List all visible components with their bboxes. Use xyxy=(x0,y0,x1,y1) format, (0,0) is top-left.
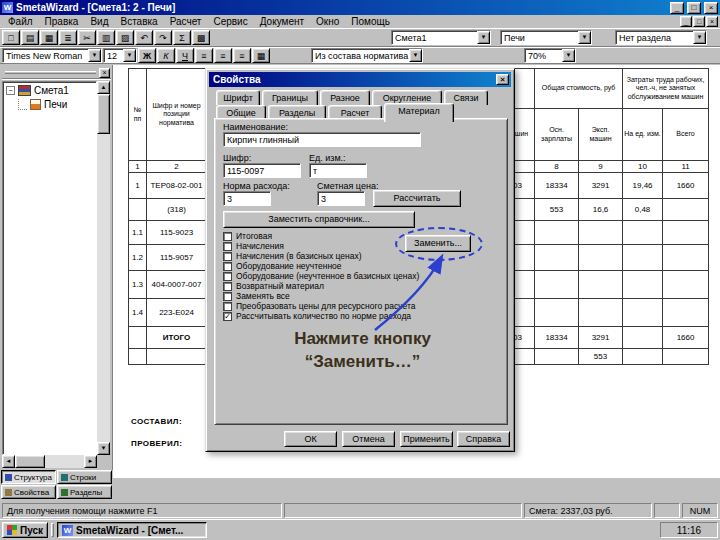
tab-structure[interactable]: Структура xyxy=(1,470,56,484)
mdi-restore-button[interactable]: □ xyxy=(693,16,705,27)
cell[interactable]: 553 xyxy=(579,349,623,365)
cell[interactable] xyxy=(535,271,579,299)
cell[interactable]: 115-9023 xyxy=(147,221,207,245)
cell[interactable] xyxy=(129,349,147,365)
close-button[interactable]: × xyxy=(704,2,718,14)
align-right-icon[interactable]: ≡ xyxy=(233,48,251,63)
align-left-icon[interactable]: ≡ xyxy=(195,48,213,63)
cell[interactable]: (318) xyxy=(147,199,207,221)
menu-item-service[interactable]: Сервис xyxy=(207,16,253,27)
tab-sections[interactable]: Разделы xyxy=(268,105,326,118)
cell[interactable]: 0,48 xyxy=(623,199,663,221)
cell[interactable] xyxy=(663,271,709,299)
sheet-combo[interactable]: Печи xyxy=(500,30,592,45)
bold-icon[interactable]: Ж xyxy=(138,48,156,63)
new-document-icon[interactable]: □ xyxy=(2,30,20,45)
cell[interactable]: 1660 xyxy=(663,327,709,349)
replace-button[interactable]: Заменить... xyxy=(405,235,471,252)
cell[interactable] xyxy=(623,349,663,365)
redo-icon[interactable]: ↷ xyxy=(154,30,172,45)
cell[interactable]: 1.2 xyxy=(129,245,147,271)
undo-icon[interactable]: ↶ xyxy=(135,30,153,45)
align-center-icon[interactable]: ≡ xyxy=(214,48,232,63)
mdi-close-button[interactable]: × xyxy=(706,16,718,27)
menu-item-window[interactable]: Окно xyxy=(310,16,345,27)
checkbox-row[interactable]: Начисления (в базисных ценах) xyxy=(223,251,362,261)
cell[interactable] xyxy=(535,245,579,271)
save-icon[interactable]: ▦ xyxy=(40,30,58,45)
cell[interactable] xyxy=(623,245,663,271)
checkbox[interactable] xyxy=(223,302,232,311)
copy-icon[interactable]: ▥ xyxy=(97,30,115,45)
menu-item-edit[interactable]: Правка xyxy=(39,16,85,27)
open-icon[interactable]: ▤ xyxy=(21,30,39,45)
scroll-down-icon[interactable] xyxy=(97,442,110,455)
menu-item-insert[interactable]: Вставка xyxy=(114,16,163,27)
checkbox-row[interactable]: Заменять все xyxy=(223,291,290,301)
zoom-combo[interactable]: 70% xyxy=(524,48,576,63)
calculate-button[interactable]: Рассчитать xyxy=(373,190,461,207)
checkbox-row[interactable]: Итоговая xyxy=(223,231,272,241)
cell[interactable]: 404-0007-007 xyxy=(147,271,207,299)
smeta-combo[interactable]: Смета1 xyxy=(391,30,491,45)
tree-horizontal-scrollbar[interactable] xyxy=(2,455,97,468)
cell[interactable] xyxy=(623,299,663,327)
cell[interactable] xyxy=(579,221,623,245)
cancel-button[interactable]: Отмена xyxy=(342,431,395,447)
price-input[interactable] xyxy=(317,191,365,206)
tab-calculation[interactable]: Расчет xyxy=(328,105,382,118)
cell[interactable] xyxy=(663,299,709,327)
cell[interactable] xyxy=(579,271,623,299)
taskbar-task-button[interactable]: SmetaWizard - [Смет... xyxy=(57,522,207,538)
cell[interactable] xyxy=(663,221,709,245)
taskbar-clock[interactable]: 11:16 xyxy=(660,522,718,538)
tree-item-pechi[interactable]: Печи xyxy=(3,96,96,110)
cell[interactable]: 553 xyxy=(535,199,579,221)
cell[interactable]: 1.1 xyxy=(129,221,147,245)
menu-item-document[interactable]: Документ xyxy=(254,16,310,27)
menu-item-help[interactable]: Помощь xyxy=(345,16,396,27)
dialog-titlebar[interactable]: Свойства × xyxy=(209,72,511,87)
minimize-button[interactable]: _ xyxy=(670,2,684,14)
cell[interactable]: 16,6 xyxy=(579,199,623,221)
checkbox-row[interactable]: Преобразовать цены для ресурсного расчет… xyxy=(223,301,416,311)
start-button[interactable]: Пуск xyxy=(2,522,48,538)
checkbox[interactable] xyxy=(223,312,232,321)
font-size-combo[interactable]: 12 xyxy=(103,48,137,63)
cell[interactable] xyxy=(663,199,709,221)
cell[interactable] xyxy=(623,271,663,299)
mdi-minimize-button[interactable]: _ xyxy=(680,16,692,27)
cell[interactable]: 1.3 xyxy=(129,271,147,299)
cell[interactable] xyxy=(129,199,147,221)
checkbox[interactable] xyxy=(223,262,232,271)
cell[interactable] xyxy=(579,299,623,327)
tab-font[interactable]: Шрифт xyxy=(216,90,260,105)
close-icon[interactable]: × xyxy=(496,74,509,85)
cell[interactable] xyxy=(129,327,147,349)
calc-icon[interactable]: ▩ xyxy=(192,30,210,45)
unit-input[interactable] xyxy=(309,163,367,178)
help-button[interactable]: Справка xyxy=(457,431,510,447)
checkbox[interactable] xyxy=(223,292,232,301)
cell[interactable]: 1 xyxy=(129,173,147,199)
source-combo[interactable]: Из состава норматива xyxy=(311,48,423,63)
tab-sections[interactable]: Разделы xyxy=(57,485,112,499)
tab-properties[interactable]: Свойства xyxy=(1,485,56,499)
borders-grid-icon[interactable]: ▦ xyxy=(252,48,270,63)
tab-material[interactable]: Материал xyxy=(384,103,454,122)
cell[interactable]: 19,46 xyxy=(623,173,663,199)
paste-icon[interactable]: ▨ xyxy=(116,30,134,45)
checkbox[interactable] xyxy=(223,282,232,291)
checkbox[interactable] xyxy=(223,232,232,241)
underline-icon[interactable]: Ч xyxy=(176,48,194,63)
panel-grip[interactable] xyxy=(5,71,96,74)
checkbox-row[interactable]: Оборудование неучтенное xyxy=(223,261,342,271)
cell[interactable] xyxy=(535,221,579,245)
tree-item-smeta[interactable]: Смета1 xyxy=(3,82,96,96)
checkbox-row[interactable]: Оборудование (неучтенное в базисных цена… xyxy=(223,271,419,281)
checkbox[interactable] xyxy=(223,272,232,281)
checkbox[interactable] xyxy=(223,252,232,261)
tab-general[interactable]: Общие xyxy=(216,105,266,118)
checkbox-row[interactable]: Рассчитывать количество по норме расхода xyxy=(223,311,411,321)
menu-item-file[interactable]: Файл xyxy=(2,16,39,27)
